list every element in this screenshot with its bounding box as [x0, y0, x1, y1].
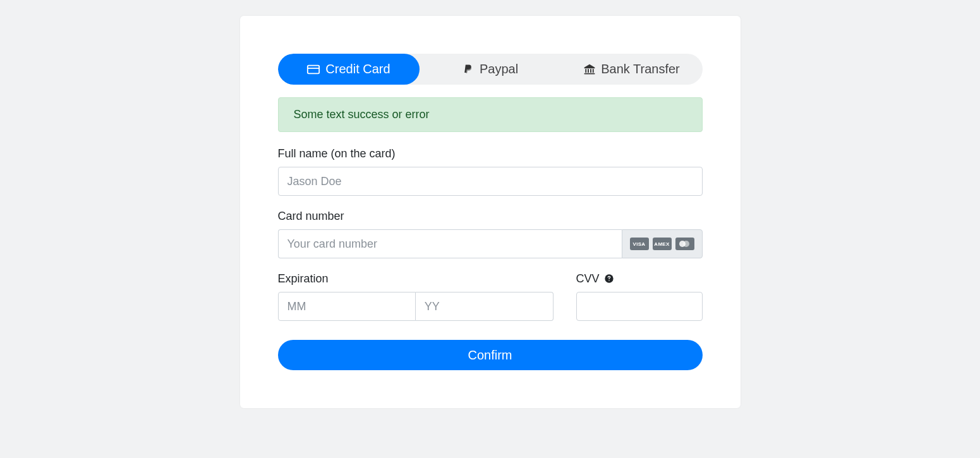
- expiration-label: Expiration: [278, 272, 554, 286]
- payment-card: Credit Card Paypal: [240, 16, 741, 408]
- svg-rect-4: [590, 69, 591, 73]
- card-number-input[interactable]: [278, 229, 622, 258]
- tab-label: Bank Transfer: [601, 62, 680, 76]
- expiration-year-input[interactable]: [416, 292, 554, 321]
- confirm-button[interactable]: Confirm: [278, 340, 703, 370]
- svg-rect-5: [593, 69, 594, 73]
- svg-rect-3: [588, 69, 589, 73]
- bank-icon: [583, 63, 596, 76]
- tab-label: Paypal: [480, 62, 518, 76]
- card-number-label: Card number: [278, 210, 703, 223]
- svg-point-8: [608, 280, 609, 280]
- svg-rect-0: [308, 65, 319, 73]
- full-name-label: Full name (on the card): [278, 147, 703, 160]
- tab-credit-card[interactable]: Credit Card: [278, 54, 420, 85]
- full-name-input[interactable]: [278, 167, 703, 196]
- tab-paypal[interactable]: Paypal: [420, 54, 561, 85]
- help-icon[interactable]: [604, 274, 614, 284]
- cvv-label: CVV: [576, 272, 703, 286]
- cvv-input[interactable]: [576, 292, 703, 321]
- mastercard-icon: [675, 238, 694, 250]
- credit-card-icon: [306, 63, 320, 76]
- alert-message: Some text success or error: [294, 108, 430, 121]
- tab-bank-transfer[interactable]: Bank Transfer: [561, 54, 703, 85]
- payment-method-tabs: Credit Card Paypal: [278, 54, 703, 85]
- expiration-month-input[interactable]: [278, 292, 416, 321]
- svg-rect-6: [584, 73, 595, 74]
- status-alert: Some text success or error: [278, 97, 703, 132]
- card-brand-addon: VISA AMEX: [622, 229, 703, 258]
- tab-label: Credit Card: [325, 62, 390, 76]
- paypal-icon: [462, 63, 475, 76]
- svg-rect-2: [586, 69, 587, 73]
- cvv-label-text: CVV: [576, 272, 600, 285]
- visa-icon: VISA: [630, 238, 649, 250]
- amex-icon: AMEX: [653, 238, 672, 250]
